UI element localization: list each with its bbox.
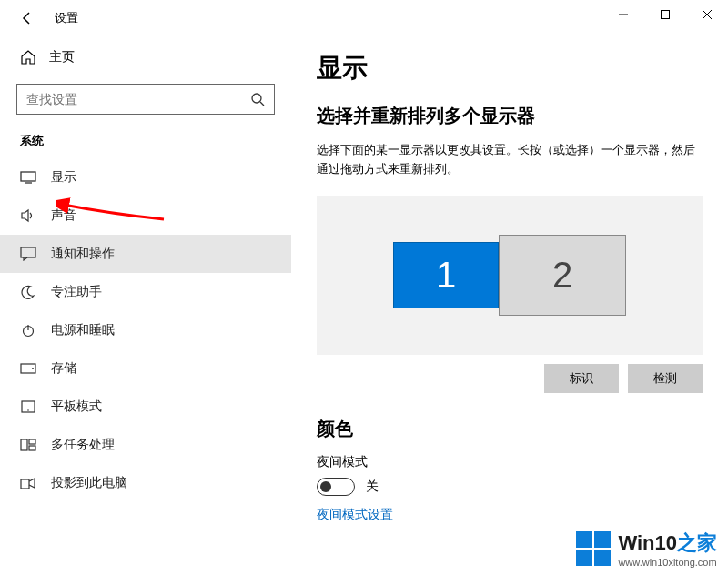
detect-button[interactable]: 检测 xyxy=(628,364,703,393)
sidebar-item-project[interactable]: 投影到此电脑 xyxy=(0,464,291,502)
night-mode-settings-link[interactable]: 夜间模式设置 xyxy=(317,507,703,523)
maximize-button[interactable] xyxy=(644,0,686,29)
project-icon xyxy=(20,477,36,489)
sidebar-item-tablet[interactable]: 平板模式 xyxy=(0,388,291,426)
search-box[interactable] xyxy=(16,84,275,115)
rearrange-description: 选择下面的某一显示器以更改其设置。长按（或选择）一个显示器，然后通过拖动方式来重… xyxy=(317,141,703,179)
home-label: 主页 xyxy=(49,49,75,66)
svg-rect-16 xyxy=(21,479,29,489)
sidebar-item-label: 存储 xyxy=(51,360,76,377)
toggle-state-text: 关 xyxy=(366,479,379,495)
svg-point-10 xyxy=(32,368,34,369)
sidebar-item-sound[interactable]: 声音 xyxy=(0,197,291,235)
sidebar-item-label: 专注助手 xyxy=(51,284,102,300)
search-input[interactable] xyxy=(26,92,236,106)
close-button[interactable] xyxy=(686,0,728,29)
sidebar-item-label: 平板模式 xyxy=(51,398,102,415)
sidebar-item-label: 电源和睡眠 xyxy=(51,322,115,338)
sidebar-category: 系统 xyxy=(0,127,291,158)
sidebar-item-label: 多任务处理 xyxy=(51,437,115,453)
page-title: 显示 xyxy=(317,51,703,86)
power-icon xyxy=(20,323,36,338)
home-icon xyxy=(20,49,36,66)
identify-button[interactable]: 标识 xyxy=(544,364,619,393)
svg-rect-13 xyxy=(21,439,27,450)
minimize-button[interactable] xyxy=(602,0,644,29)
svg-rect-1 xyxy=(662,11,670,19)
back-button[interactable] xyxy=(9,11,46,25)
sidebar: 主页 系统 显示 声音 通知和操作 专注助手 xyxy=(0,36,291,575)
svg-rect-14 xyxy=(29,439,35,444)
sidebar-item-label: 显示 xyxy=(51,169,76,186)
sidebar-item-label: 通知和操作 xyxy=(51,246,115,262)
home-link[interactable]: 主页 xyxy=(0,42,291,73)
toggle-knob xyxy=(320,481,331,492)
main-content: 显示 选择并重新排列多个显示器 选择下面的某一显示器以更改其设置。长按（或选择）… xyxy=(291,36,728,575)
window-title: 设置 xyxy=(55,10,78,26)
color-heading: 颜色 xyxy=(317,417,703,441)
tablet-icon xyxy=(20,400,36,413)
sidebar-item-label: 声音 xyxy=(51,207,76,224)
svg-rect-15 xyxy=(29,446,35,450)
night-mode-label: 夜间模式 xyxy=(317,454,703,470)
sidebar-item-label: 投影到此电脑 xyxy=(51,475,127,491)
search-icon xyxy=(250,92,265,106)
monitor-1[interactable]: 1 xyxy=(393,242,499,308)
sidebar-item-display[interactable]: 显示 xyxy=(0,158,291,197)
svg-line-3 xyxy=(260,102,264,106)
speaker-icon xyxy=(20,208,36,223)
monitor-2[interactable]: 2 xyxy=(499,235,626,316)
svg-point-2 xyxy=(252,94,261,103)
monitor-icon xyxy=(20,171,36,184)
svg-rect-4 xyxy=(21,172,35,181)
night-mode-toggle[interactable] xyxy=(317,478,355,496)
sidebar-item-focus[interactable]: 专注助手 xyxy=(0,273,291,311)
chat-icon xyxy=(20,247,36,261)
moon-icon xyxy=(20,285,36,299)
monitor-arrangement[interactable]: 1 2 xyxy=(317,196,703,355)
sidebar-item-notifications[interactable]: 通知和操作 xyxy=(0,235,291,273)
sidebar-item-storage[interactable]: 存储 xyxy=(0,349,291,388)
svg-rect-6 xyxy=(21,247,35,257)
multitask-icon xyxy=(20,439,36,451)
sidebar-item-multitask[interactable]: 多任务处理 xyxy=(0,426,291,464)
rearrange-heading: 选择并重新排列多个显示器 xyxy=(317,104,703,128)
sidebar-item-power[interactable]: 电源和睡眠 xyxy=(0,311,291,349)
svg-point-12 xyxy=(27,409,29,411)
drive-icon xyxy=(20,363,36,374)
